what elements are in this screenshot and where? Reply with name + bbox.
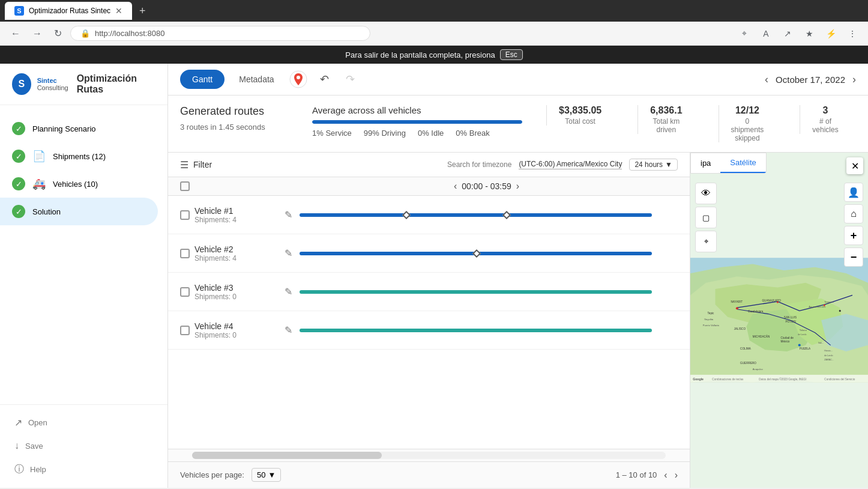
- v4-check[interactable]: [180, 326, 194, 335]
- planning-check-icon: ✓: [12, 122, 25, 135]
- next-page-btn[interactable]: ›: [675, 470, 678, 481]
- v2-check[interactable]: [180, 249, 194, 258]
- save-label: Save: [25, 442, 43, 451]
- v4-edit-icon[interactable]: ✎: [285, 324, 292, 336]
- zoom-in-btn[interactable]: +: [844, 226, 863, 245]
- lasso-tool-btn[interactable]: ⌖: [695, 231, 717, 252]
- h-scrollbar-thumb[interactable]: [192, 452, 382, 459]
- v1-shipments: Shipments: 4: [194, 216, 285, 224]
- eye-tool-btn[interactable]: 👁: [695, 183, 717, 204]
- map-close-btn[interactable]: ✕: [846, 157, 863, 174]
- back-btn[interactable]: ←: [7, 26, 24, 41]
- time-prev-btn[interactable]: ‹: [454, 181, 457, 192]
- hours-dropdown[interactable]: 24 hours ▼: [629, 159, 678, 171]
- new-tab-btn[interactable]: +: [139, 5, 146, 17]
- svg-point-1: [297, 76, 300, 79]
- svg-point-7: [839, 310, 841, 312]
- v1-bar-area: [300, 208, 671, 222]
- v2-edit-icon[interactable]: ✎: [285, 248, 292, 259]
- v2-info: Vehicle #2 Shipments: 4: [194, 244, 285, 263]
- share-icon[interactable]: ↗: [779, 25, 796, 42]
- svg-text:de Lerdo: de Lerdo: [798, 333, 806, 336]
- service-label: 1% Service: [312, 129, 352, 138]
- h-scrollbar-area: [168, 449, 690, 461]
- person-nav-btn[interactable]: 👤: [844, 183, 863, 202]
- time-nav: ‹ 00:00 - 03:59 ›: [303, 181, 671, 192]
- v1-check[interactable]: [180, 210, 194, 220]
- v3-info: Vehicle #3 Shipments: 0: [194, 283, 285, 301]
- time-next-btn[interactable]: ›: [516, 181, 519, 192]
- v4-checkbox[interactable]: [180, 326, 190, 335]
- zoom-out-btn[interactable]: −: [844, 248, 863, 267]
- next-date-btn[interactable]: ›: [852, 73, 856, 86]
- gantt-tab-btn[interactable]: Gantt: [180, 70, 225, 89]
- tab-title: Optimizador Rutas Sintec: [29, 7, 110, 15]
- logo-company: Sintec: [37, 77, 68, 84]
- undo-btn[interactable]: ↶: [315, 70, 334, 88]
- shipments-check-icon: ✓: [12, 150, 25, 163]
- open-btn[interactable]: ↗ Open: [12, 412, 155, 433]
- routes-info: Generated routes 3 routes in 1.45 second…: [180, 105, 288, 132]
- satelite-tab-btn[interactable]: Satélite: [720, 153, 765, 173]
- google-maps-icon[interactable]: [289, 70, 308, 89]
- v3-edit-icon[interactable]: ✎: [285, 286, 292, 297]
- vehicles-count: 3: [812, 105, 838, 116]
- h-scrollbar[interactable]: [192, 452, 666, 459]
- svg-text:México: México: [781, 340, 790, 343]
- home-nav-btn[interactable]: ⌂: [844, 204, 863, 223]
- address-bar[interactable]: 🔒 http://localhost:8080: [70, 26, 370, 41]
- shipments-label: 0 shipments: [731, 117, 764, 134]
- v2-diamond-1: [472, 249, 481, 257]
- extensions-icon[interactable]: ⚡: [822, 25, 839, 42]
- svg-text:NAYARIT: NAYARIT: [731, 300, 743, 303]
- v1-edit-icon[interactable]: ✎: [285, 209, 292, 220]
- location-icon[interactable]: ⌖: [736, 25, 753, 42]
- sidebar-item-solution[interactable]: ✓ Solution: [0, 198, 158, 225]
- solution-label: Solution: [32, 207, 61, 216]
- browser-tab[interactable]: S Optimizador Rutas Sintec ✕: [5, 2, 132, 20]
- toolbar: Gantt Metadata ↶ ↷ ‹ October 17, 2022 ›: [168, 64, 868, 96]
- help-btn[interactable]: ⓘ Help: [12, 458, 155, 481]
- table-row: Vehicle #2 Shipments: 4 ✎: [168, 234, 690, 273]
- prev-page-btn[interactable]: ‹: [664, 470, 667, 481]
- progress-bar: [312, 120, 522, 124]
- menu-icon[interactable]: ⋮: [844, 25, 861, 42]
- table-row: Vehicle #1 Shipments: 4 ✎: [168, 196, 690, 234]
- routes-subtitle: 3 routes in 1.45 seconds: [180, 123, 288, 132]
- sidebar-item-vehicles[interactable]: ✓ 🚑 Vehicles (10): [0, 170, 158, 198]
- forward-btn[interactable]: →: [29, 26, 46, 41]
- sidebar-item-planning[interactable]: ✓ Planning Scenario: [0, 115, 158, 142]
- fullscreen-msg: Para salir de la pantalla completa, pres…: [345, 50, 495, 59]
- redo-btn[interactable]: ↷: [341, 70, 360, 88]
- mapa-tab-btn[interactable]: ipa: [691, 153, 720, 173]
- stat-shipments: 12/12 0 shipments skipped: [719, 105, 776, 142]
- svg-text:Xali...: Xali...: [818, 342, 824, 344]
- stat-cost: $3,835.05 Total cost: [546, 105, 613, 126]
- fullscreen-banner: Para salir de la pantalla completa, pres…: [0, 46, 868, 64]
- svg-text:Aguascalientes: Aguascalientes: [809, 305, 825, 308]
- star-icon[interactable]: ★: [801, 25, 818, 42]
- avg-vehicles: Average across all vehicles 1% Service 9…: [312, 105, 522, 138]
- metadata-tab-btn[interactable]: Metadata: [232, 70, 281, 89]
- sidebar-item-shipments[interactable]: ✓ 📄 Shipments (12): [0, 142, 158, 170]
- vehicle-list[interactable]: Vehicle #1 Shipments: 4 ✎: [168, 196, 690, 449]
- select-tool-btn[interactable]: ▢: [695, 207, 717, 228]
- v3-name: Vehicle #3: [194, 283, 285, 293]
- v2-checkbox[interactable]: [180, 249, 190, 258]
- v1-checkbox[interactable]: [180, 210, 190, 220]
- per-page-select[interactable]: 50 ▼: [252, 468, 281, 482]
- v3-checkbox[interactable]: [180, 287, 190, 297]
- refresh-btn[interactable]: ↻: [50, 25, 65, 41]
- tab-close-btn[interactable]: ✕: [115, 6, 122, 16]
- logo-subtitle: Consulting: [37, 84, 68, 91]
- prev-date-btn[interactable]: ‹: [765, 73, 768, 86]
- save-btn[interactable]: ↓ Save: [12, 436, 155, 456]
- svg-text:Ciudad de: Ciudad de: [781, 336, 794, 339]
- timeline-area: ☰ Filter Search for timezone (UTC-6:00) …: [168, 153, 868, 488]
- svg-text:ZARAC...: ZARAC...: [824, 359, 833, 362]
- filter-label: Filter: [193, 160, 212, 169]
- browser-controls: ← → ↻ 🔒 http://localhost:8080 ⌖ A ↗ ★ ⚡ …: [0, 22, 868, 46]
- select-all-checkbox[interactable]: [180, 181, 190, 191]
- v3-check[interactable]: [180, 287, 194, 297]
- translate-icon[interactable]: A: [758, 25, 774, 42]
